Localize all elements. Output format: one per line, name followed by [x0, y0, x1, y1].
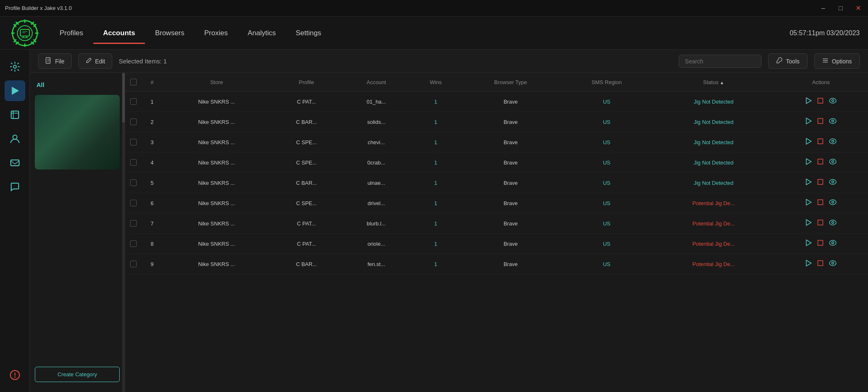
options-icon — [822, 57, 829, 65]
nav-accounts[interactable]: Accounts — [93, 26, 145, 41]
nav-analytics[interactable]: Analytics — [238, 26, 286, 41]
row-store: Nike SNKRS ... — [162, 132, 271, 152]
row-checkbox[interactable] — [125, 112, 142, 132]
create-category-button[interactable]: Create Category — [35, 367, 120, 382]
view-icon[interactable] — [829, 220, 837, 227]
row-sms-region: US — [560, 234, 653, 254]
col-status[interactable]: Status ▲ — [653, 73, 774, 92]
row-profile: C PAT... — [271, 234, 342, 254]
row-profile: C BAR... — [271, 254, 342, 274]
view-icon[interactable] — [829, 118, 837, 126]
stop-icon[interactable] — [817, 260, 823, 268]
col-actions: Actions — [774, 73, 868, 92]
svg-point-38 — [829, 119, 836, 123]
row-browser-type: Brave — [461, 112, 560, 132]
row-store: Nike SNKRS ... — [162, 173, 271, 193]
row-checkbox[interactable] — [125, 254, 142, 274]
play-icon[interactable] — [806, 199, 812, 207]
category-sidebar: All Create Category — [30, 73, 125, 392]
sidebar-btn-box[interactable] — [5, 104, 25, 125]
svg-marker-64 — [806, 260, 811, 266]
minimize-button[interactable]: – — [818, 3, 828, 13]
file-button[interactable]: File — [38, 53, 72, 69]
row-checkbox[interactable] — [125, 152, 142, 173]
nav-settings[interactable]: Settings — [286, 26, 331, 41]
play-icon[interactable] — [806, 158, 812, 167]
col-store: Store — [162, 73, 271, 92]
play-icon[interactable] — [806, 118, 812, 126]
stop-icon[interactable] — [817, 98, 823, 105]
sidebar-btn-alert[interactable] — [5, 365, 25, 385]
row-num: 9 — [142, 254, 162, 274]
row-store: Nike SNKRS ... — [162, 213, 271, 234]
view-icon[interactable] — [829, 199, 837, 207]
row-browser-type: Brave — [461, 193, 560, 213]
play-icon[interactable] — [806, 240, 812, 248]
close-button[interactable]: ✕ — [853, 3, 863, 13]
options-button[interactable]: Options — [814, 53, 860, 69]
sidebar-btn-settings[interactable] — [5, 56, 25, 77]
svg-point-0 — [12, 21, 37, 46]
row-actions — [774, 152, 868, 173]
file-icon — [45, 57, 52, 65]
row-checkbox[interactable] — [125, 213, 142, 234]
play-icon[interactable] — [806, 219, 812, 227]
maximize-button[interactable]: □ — [836, 3, 846, 13]
nav-browsers[interactable]: Browsers — [145, 26, 194, 41]
table-row: 9 Nike SNKRS ... C BAR... fen.st... 1 Br… — [125, 254, 868, 274]
row-actions — [774, 132, 868, 152]
col-browser-type: Browser Type — [461, 73, 560, 92]
view-icon[interactable] — [829, 179, 837, 186]
row-account: blurb.l... — [342, 213, 410, 234]
sidebar-btn-bubble[interactable] — [5, 177, 25, 197]
search-input[interactable] — [679, 55, 762, 68]
svg-point-54 — [829, 200, 836, 205]
play-icon[interactable] — [806, 260, 812, 268]
tools-button[interactable]: Tools — [768, 53, 808, 69]
select-all-checkbox[interactable] — [130, 79, 137, 85]
stop-icon[interactable] — [817, 240, 823, 247]
stop-icon[interactable] — [817, 138, 823, 146]
row-wins: 1 — [410, 254, 461, 274]
row-account: drivel... — [342, 193, 410, 213]
play-icon[interactable] — [806, 138, 812, 146]
row-checkbox[interactable] — [125, 193, 142, 213]
main-layout: File Edit Selected Items: 1 Tools — [0, 50, 868, 392]
sidebar-btn-person[interactable] — [5, 128, 25, 149]
row-sms-region: US — [560, 193, 653, 213]
row-sms-region: US — [560, 132, 653, 152]
accounts-table: # Store Profile Account Wins Browser Typ… — [125, 73, 868, 274]
row-checkbox[interactable] — [125, 132, 142, 152]
title-bar-controls: – □ ✕ — [818, 3, 863, 13]
row-checkbox[interactable] — [125, 92, 142, 112]
row-status: Jig Not Detected — [653, 132, 774, 152]
play-icon[interactable] — [806, 179, 812, 187]
row-checkbox[interactable] — [125, 234, 142, 254]
stop-icon[interactable] — [817, 220, 823, 227]
edit-button[interactable]: Edit — [78, 53, 112, 69]
view-icon[interactable] — [829, 98, 837, 105]
sidebar-btn-run[interactable] — [5, 80, 25, 101]
view-icon[interactable] — [829, 260, 837, 268]
row-wins: 1 — [410, 112, 461, 132]
stop-icon[interactable] — [817, 118, 823, 126]
row-account: solids... — [342, 112, 410, 132]
stop-icon[interactable] — [817, 179, 823, 186]
nav-links: Profiles Accounts Browsers Proxies Analy… — [50, 26, 790, 41]
row-wins: 1 — [410, 152, 461, 173]
nav-proxies[interactable]: Proxies — [194, 26, 238, 41]
table-area[interactable]: # Store Profile Account Wins Browser Typ… — [125, 73, 868, 392]
category-all[interactable]: All — [30, 78, 125, 92]
stop-icon[interactable] — [817, 199, 823, 207]
title-bar: Profile Builder x Jake v3.1.0 – □ ✕ — [0, 0, 868, 17]
sidebar-btn-mail[interactable] — [5, 152, 25, 173]
view-icon[interactable] — [829, 159, 837, 166]
col-checkbox — [125, 73, 142, 92]
nav-profiles[interactable]: Profiles — [50, 26, 93, 41]
stop-icon[interactable] — [817, 159, 823, 166]
view-icon[interactable] — [829, 138, 837, 146]
play-icon[interactable] — [806, 97, 812, 106]
view-icon[interactable] — [829, 240, 837, 247]
col-profile: Profile — [271, 73, 342, 92]
row-checkbox[interactable] — [125, 173, 142, 193]
